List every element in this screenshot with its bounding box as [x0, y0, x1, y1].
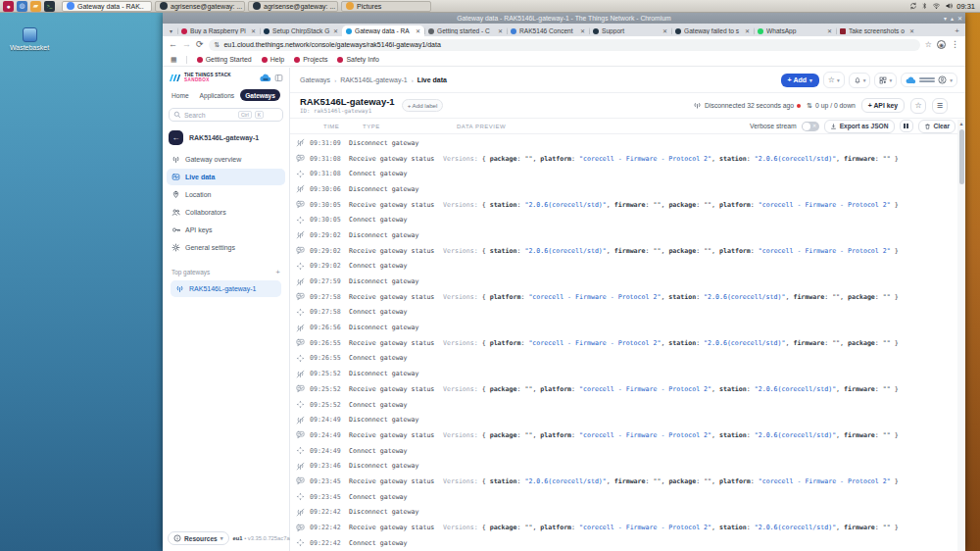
event-row[interactable]: 09:22:42Receive gateway statusVersions: … — [290, 520, 957, 535]
event-row[interactable]: 09:30:05Receive gateway statusVersions: … — [290, 197, 957, 213]
add-button[interactable]: + Add ▾ — [781, 74, 819, 87]
browser-tab[interactable]: RAK5146 Concent✕ — [507, 25, 589, 36]
event-row[interactable]: 09:23:46Disconnect gateway — [290, 458, 957, 474]
folder-icon[interactable]: ▰ — [30, 1, 41, 12]
sidebar-item-general-settings[interactable]: General settings — [167, 239, 285, 256]
wastebasket-shortcut[interactable]: Wastebasket — [6, 27, 53, 51]
tab-close-icon[interactable]: ✕ — [662, 27, 667, 34]
breadcrumb-item[interactable]: Gateways — [300, 76, 330, 83]
event-row[interactable]: 09:24:49Receive gateway statusVersions: … — [290, 427, 957, 443]
browser-tab[interactable]: Setup ChirpStack G✕ — [260, 25, 342, 36]
taskbar-window-button[interactable]: agrisense@gateway: ... — [155, 1, 245, 12]
event-row[interactable]: 09:31:09Disconnect gateway — [290, 135, 957, 151]
bluetooth-icon[interactable] — [921, 2, 928, 10]
browser-tab[interactable]: Take screenshots o✕ — [836, 25, 918, 36]
event-row[interactable]: 09:26:55Receive gateway statusVersions: … — [290, 335, 957, 351]
breadcrumb-item[interactable]: RAK5146L-gateway-1 — [340, 76, 408, 83]
browser-tab[interactable]: Support✕ — [589, 25, 671, 36]
event-row[interactable]: 09:22:42Connect gateway — [290, 535, 957, 551]
event-row[interactable]: 09:24:49Disconnect gateway — [290, 412, 957, 427]
nav-tab-gateways[interactable]: Gateways — [240, 89, 280, 101]
taskbar-window-button[interactable]: Gateway data - RAK.. — [62, 1, 152, 12]
tab-close-icon[interactable]: ✕ — [498, 27, 503, 34]
event-row[interactable]: 09:30:05Connect gateway — [290, 212, 957, 227]
tab-close-icon[interactable]: ✕ — [909, 27, 914, 34]
site-info-icon[interactable]: ⇅ — [215, 41, 220, 49]
reload-button[interactable]: ⟳ — [196, 40, 204, 49]
tab-close-icon[interactable]: ✕ — [745, 27, 750, 34]
bookmark-item[interactable]: Help — [262, 56, 284, 63]
window-titlebar[interactable]: Gateway data - RAK5146L-gateway-1 - The … — [163, 13, 965, 24]
profile-avatar-icon[interactable]: ◉ — [937, 40, 946, 49]
bookmark-star-icon[interactable]: ☆ — [925, 41, 932, 49]
nav-tab-applications[interactable]: Applications — [195, 89, 240, 101]
tab-close-icon[interactable]: ✕ — [333, 27, 338, 34]
event-row[interactable]: 09:29:02Disconnect gateway — [290, 227, 957, 243]
event-row[interactable]: 09:24:49Connect gateway — [290, 443, 957, 459]
event-row[interactable]: 09:22:42Disconnect gateway — [290, 505, 957, 521]
apps-grid-icon[interactable]: ▦ — [171, 56, 176, 64]
browser-tab[interactable]: Getting started - C✕ — [424, 25, 507, 36]
tab-search-button[interactable]: ▾ — [165, 25, 177, 36]
stream-scrollbar[interactable]: ▲ — [957, 120, 965, 551]
event-row[interactable]: 09:31:08Connect gateway — [290, 166, 957, 181]
sync-icon[interactable] — [909, 2, 917, 10]
event-row[interactable]: 09:25:52Disconnect gateway — [290, 366, 957, 381]
event-row[interactable]: 09:29:02Receive gateway statusVersions: … — [290, 243, 957, 259]
api-key-button[interactable]: + API key — [861, 98, 905, 113]
event-row[interactable]: 09:25:52Connect gateway — [290, 397, 957, 413]
wifi-icon[interactable] — [932, 2, 941, 10]
sidebar-item-location[interactable]: Location — [167, 186, 285, 203]
window-maximize-icon[interactable]: ▴ — [951, 15, 954, 22]
event-row[interactable]: 09:27:59Disconnect gateway — [290, 274, 957, 289]
apps-dropdown-button[interactable]: ▾ — [874, 73, 897, 88]
add-gateway-plus-icon[interactable]: + — [275, 268, 280, 276]
event-row[interactable]: 09:25:52Receive gateway statusVersions: … — [290, 381, 957, 397]
browser-tab[interactable]: Gateway data - RA✕ — [342, 25, 424, 36]
taskbar-window-button[interactable]: Pictures — [341, 1, 431, 12]
bookmark-gateway-button[interactable]: ☆ — [910, 98, 926, 114]
scrollbar-thumb[interactable] — [959, 129, 964, 184]
taskbar-clock[interactable]: 09:31 — [956, 2, 975, 11]
search-input[interactable] — [184, 112, 235, 119]
export-json-button[interactable]: Export as JSON — [824, 120, 895, 133]
event-row[interactable]: 09:30:06Disconnect gateway — [290, 181, 957, 197]
sidebar-item-rak5146l-gateway-1[interactable]: RAK5146L-gateway-1 — [171, 280, 281, 297]
clear-stream-button[interactable]: Clear — [918, 120, 956, 133]
event-row[interactable]: 09:26:55Connect gateway — [290, 351, 957, 367]
window-close-icon[interactable]: ✕ — [957, 15, 962, 22]
volume-icon[interactable] — [945, 2, 954, 10]
raspberry-menu-icon[interactable]: ● — [3, 1, 14, 12]
resources-button[interactable]: Resources ▾ — [168, 531, 229, 545]
event-row[interactable]: 09:31:08Receive gateway statusVersions: … — [290, 151, 957, 167]
event-row[interactable]: 09:27:58Connect gateway — [290, 305, 957, 321]
event-row[interactable]: 09:29:02Connect gateway — [290, 259, 957, 275]
back-to-gateways-button[interactable]: ← — [169, 130, 183, 145]
event-row[interactable]: 09:23:45Receive gateway statusVersions: … — [290, 474, 957, 489]
back-button[interactable]: ← — [169, 40, 177, 49]
event-row[interactable]: 09:27:58Receive gateway statusVersions: … — [290, 289, 957, 305]
tab-close-icon[interactable]: ✕ — [580, 27, 585, 34]
scroll-up-icon[interactable]: ▲ — [957, 120, 965, 127]
browser-tab[interactable]: Gateway failed to s✕ — [671, 25, 754, 36]
nav-tab-home[interactable]: Home — [167, 89, 194, 101]
browser-tab[interactable]: Buy a Raspberry Pi✕ — [177, 25, 260, 36]
bookmark-item[interactable]: Projects — [294, 56, 327, 63]
forward-button[interactable]: → — [182, 40, 191, 49]
search-box[interactable]: Ctrl K — [169, 108, 283, 122]
sidebar-item-collaborators[interactable]: Collaborators — [167, 204, 285, 221]
globe-icon[interactable]: ◍ — [17, 1, 27, 12]
tab-close-icon[interactable]: ✕ — [416, 27, 420, 34]
new-tab-button[interactable]: + — [951, 25, 963, 36]
terminal-icon[interactable]: >_ — [44, 1, 55, 12]
bookmark-item[interactable]: Getting Started — [197, 56, 252, 63]
sidebar-item-api-keys[interactable]: API keys — [167, 222, 285, 238]
sidebar-item-gateway-overview[interactable]: Gateway overview — [167, 151, 285, 168]
taskbar-window-button[interactable]: agrisense@gateway: ... — [248, 1, 338, 12]
sidebar-collapse-icon[interactable] — [274, 74, 283, 82]
add-label-button[interactable]: + Add label — [402, 99, 444, 112]
verbose-stream-toggle[interactable]: ✕ — [802, 122, 819, 131]
browser-tab[interactable]: WhatsApp✕ — [754, 25, 836, 36]
tab-close-icon[interactable]: ✕ — [827, 27, 832, 34]
notifications-dropdown-button[interactable]: ▾ — [849, 73, 871, 88]
